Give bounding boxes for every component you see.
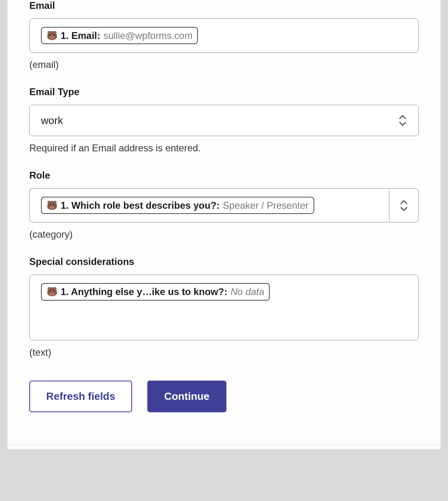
chevron-up-down-icon xyxy=(399,200,408,211)
role-dropdown-button[interactable] xyxy=(389,188,419,222)
email-label: Email xyxy=(29,0,419,11)
field-group-special: Special considerations 🐻 1. Anything els… xyxy=(29,256,419,358)
role-combo: 🐻 1. Which role best describes you?: Spe… xyxy=(29,188,419,222)
role-input[interactable]: 🐻 1. Which role best describes you?: Spe… xyxy=(29,188,389,222)
chevron-up-down-icon xyxy=(398,115,407,126)
role-tag-value: Speaker / Presenter xyxy=(223,199,308,212)
special-label: Special considerations xyxy=(29,256,419,267)
email-type-label: Email Type xyxy=(29,86,419,98)
wpforms-icon: 🐻 xyxy=(47,287,57,296)
special-tag-value: No data xyxy=(230,285,264,298)
email-type-value: work xyxy=(41,114,63,127)
email-tag-value: sullie@wpforms.com xyxy=(104,29,193,42)
email-type-select[interactable]: work xyxy=(29,105,419,136)
field-group-role: Role 🐻 1. Which role best describes you?… xyxy=(29,170,419,240)
refresh-fields-button[interactable]: Refresh fields xyxy=(29,381,132,412)
special-input[interactable]: 🐻 1. Anything else y…ike us to know?: No… xyxy=(29,275,419,340)
field-group-email-type: Email Type work Required if an Email add… xyxy=(29,86,419,154)
special-helper: (text) xyxy=(29,347,419,358)
form-mapping-panel: Email 🐻 1. Email: sullie@wpforms.com (em… xyxy=(7,0,441,450)
email-tag-label: 1. Email: xyxy=(61,29,100,42)
email-helper: (email) xyxy=(29,59,419,70)
wpforms-icon: 🐻 xyxy=(47,31,57,40)
email-input[interactable]: 🐻 1. Email: sullie@wpforms.com xyxy=(29,18,419,53)
field-group-email: Email 🐻 1. Email: sullie@wpforms.com (em… xyxy=(29,0,419,70)
button-row: Refresh fields Continue xyxy=(29,381,419,412)
wpforms-icon: 🐻 xyxy=(47,201,57,210)
continue-button[interactable]: Continue xyxy=(147,381,226,412)
role-mapped-tag[interactable]: 🐻 1. Which role best describes you?: Spe… xyxy=(41,197,314,214)
special-mapped-tag[interactable]: 🐻 1. Anything else y…ike us to know?: No… xyxy=(41,283,270,300)
special-tag-label: 1. Anything else y…ike us to know?: xyxy=(61,285,227,298)
role-label: Role xyxy=(29,170,419,181)
role-helper: (category) xyxy=(29,229,419,240)
email-mapped-tag[interactable]: 🐻 1. Email: sullie@wpforms.com xyxy=(41,27,198,44)
role-tag-label: 1. Which role best describes you?: xyxy=(61,199,220,212)
email-type-helper: Required if an Email address is entered. xyxy=(29,143,419,154)
panel-divider xyxy=(8,444,440,449)
